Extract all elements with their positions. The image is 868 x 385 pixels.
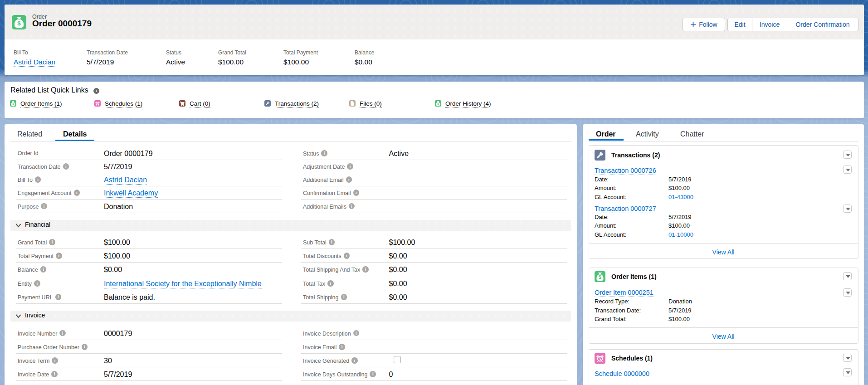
svg-text:$: $ xyxy=(17,20,21,27)
svg-text:$: $ xyxy=(599,275,601,280)
